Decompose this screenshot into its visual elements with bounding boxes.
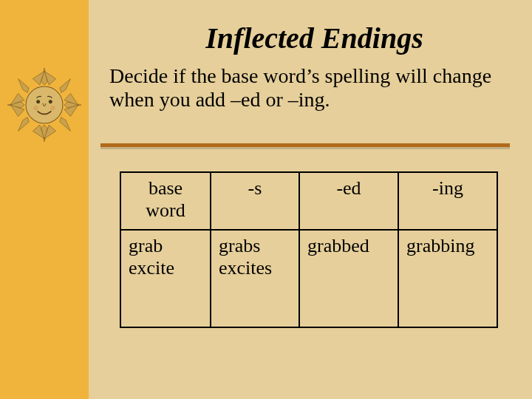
svg-point-17 [36,100,40,103]
sun-face-icon [6,66,83,143]
svg-marker-7 [60,117,71,132]
col-header-base: base word [120,172,211,230]
svg-point-19 [33,106,38,110]
slide: Inflected Endings Decide if the base wor… [0,0,532,399]
svg-marker-4 [18,79,30,93]
svg-point-16 [26,86,63,123]
cell-s: grabsexcites [211,230,299,327]
svg-marker-5 [60,79,71,93]
table-row: grabexcite grabsexcites grabbed grabbing [120,230,497,327]
cell-ed: grabbed [299,230,398,327]
svg-point-20 [50,106,55,110]
left-stripe [0,0,89,399]
svg-point-18 [49,100,52,103]
cell-ing: grabbing [398,230,497,327]
table-header-row: base word -s -ed -ing [120,172,497,230]
inflection-table: base word -s -ed -ing grabexcite grabsex… [120,171,497,328]
cell-base: grabexcite [120,230,211,327]
col-header-ed: -ed [299,172,398,230]
col-header-ing: -ing [398,172,497,230]
col-header-s: -s [211,172,299,230]
accent-rule [100,143,510,149]
svg-marker-6 [18,117,30,132]
content-area: Inflected Endings Decide if the base wor… [109,7,519,112]
slide-body-text: Decide if the base word’s spelling will … [109,64,519,112]
slide-title: Inflected Endings [109,21,519,55]
